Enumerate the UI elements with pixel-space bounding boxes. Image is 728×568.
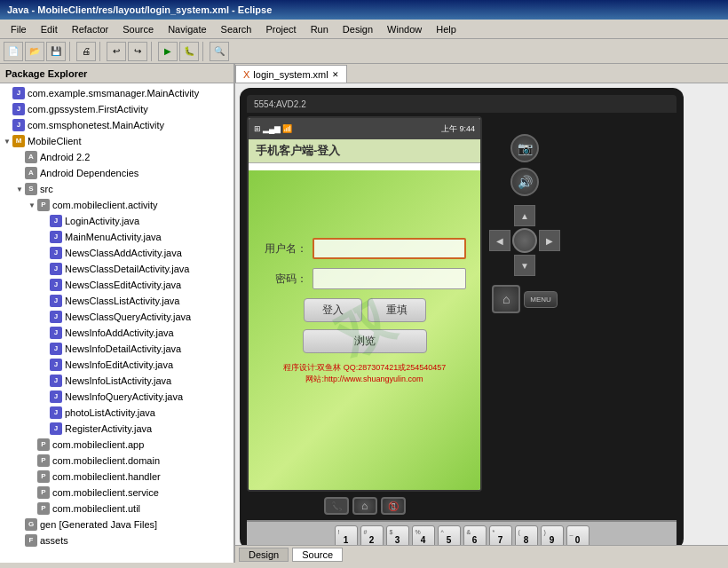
kb-key-4[interactable]: %4 — [412, 525, 435, 545]
kb-key-7[interactable]: *7 — [489, 525, 512, 545]
tree-item[interactable]: JNewsInfoDetailActivity.java — [0, 341, 233, 357]
editor-panel: X login_system.xml ✕ 5554:AVD2.2 — [235, 64, 728, 563]
toolbar-debug[interactable]: 🐛 — [179, 42, 199, 61]
toolbar-open[interactable]: 📂 — [25, 42, 44, 61]
tree-item[interactable]: JNewsClassQueryActivity.java — [0, 309, 233, 325]
tree-item[interactable]: Pcom.mobileclient.domain — [0, 453, 233, 469]
menu-edit[interactable]: Edit — [34, 22, 65, 36]
username-input[interactable] — [313, 238, 466, 259]
tree-item[interactable]: JNewsInfoAddActivity.java — [0, 325, 233, 341]
tree-item[interactable]: Pcom.mobileclient.app — [0, 437, 233, 453]
kb-key-5[interactable]: ^5 — [438, 525, 461, 545]
tree-item[interactable]: Ggen [Generated Java Files] — [0, 517, 233, 532]
tree-item[interactable]: JNewsClassListActivity.java — [0, 293, 233, 309]
tree-item[interactable]: ▼Ssrc — [0, 181, 233, 197]
tree-item[interactable]: JNewsInfoEditActivity.java — [0, 357, 233, 373]
phone-status-bar: ⊞ ▂▄▆ 📶 上午 9:44 — [249, 118, 480, 139]
tree-item[interactable]: Jcom.example.smsmanager.MainActivity — [0, 85, 233, 101]
dpad-left[interactable]: ◀ — [489, 230, 510, 251]
phone-end-btn[interactable]: 📵 — [381, 497, 406, 515]
menu-file[interactable]: File — [4, 22, 34, 36]
menu-run[interactable]: Run — [304, 22, 336, 36]
dpad-down[interactable]: ▼ — [514, 255, 535, 276]
toolbar-search[interactable]: 🔍 — [210, 42, 229, 61]
menu-help[interactable]: Help — [429, 22, 463, 36]
tree-item[interactable]: ▼MMobileClient — [0, 133, 233, 149]
tree-item[interactable]: JMainMenuActivity.java — [0, 229, 233, 245]
tree-item[interactable]: Pcom.mobileclient.service — [0, 485, 233, 501]
kb-key-1[interactable]: !1 — [335, 525, 358, 545]
tab-source[interactable]: Source — [292, 548, 343, 562]
menu-window[interactable]: Window — [380, 22, 429, 36]
camera-button[interactable]: 📷 — [510, 134, 539, 162]
tree-item[interactable]: JNewsClassDetailActivity.java — [0, 261, 233, 277]
menu-source[interactable]: Source — [115, 22, 161, 36]
tree-item-label: LoginActivity.java — [65, 216, 139, 226]
tree-expand-icon: ▼ — [16, 185, 25, 193]
file-tree[interactable]: Jcom.example.smsmanager.MainActivityJcom… — [0, 83, 233, 563]
toolbar-undo[interactable]: ↩ — [107, 42, 126, 61]
toolbar-print[interactable]: 🖨 — [76, 42, 96, 61]
kb-key-6[interactable]: &6 — [463, 525, 487, 545]
tree-item[interactable]: Pcom.mobileclient.util — [0, 501, 233, 517]
toolbar-sep2 — [99, 42, 103, 61]
menu-search[interactable]: Search — [214, 22, 259, 36]
volume-button[interactable]: 🔊 — [510, 168, 539, 196]
tree-item[interactable]: Fassets — [0, 532, 233, 548]
toolbar-run[interactable]: ▶ — [158, 42, 178, 61]
dpad-right[interactable]: ▶ — [539, 230, 560, 251]
kb-key-0[interactable]: _0 — [566, 525, 590, 545]
kb-key-3[interactable]: $3 — [386, 525, 409, 545]
tree-item[interactable]: JNewsClassEditActivity.java — [0, 277, 233, 293]
tree-item[interactable]: JphotoListActivity.java — [0, 405, 233, 421]
tree-file-icon: P — [37, 454, 50, 467]
menu-design[interactable]: Design — [336, 22, 380, 36]
menu-refactor[interactable]: Refactor — [65, 22, 116, 36]
menu-project[interactable]: Project — [258, 22, 303, 36]
toolbar: 📄 📂 💾 🖨 ↩ ↪ ▶ 🐛 🔍 — [0, 39, 728, 64]
tree-file-icon: J — [50, 327, 62, 339]
home-button[interactable]: ⌂ — [492, 285, 520, 313]
tree-item[interactable]: JNewsInfoQueryActivity.java — [0, 389, 233, 405]
tree-item[interactable]: Jcom.smsphonetest.MainActivity — [0, 117, 233, 133]
tree-file-icon: J — [50, 343, 62, 355]
tree-item-label: com.mobileclient.domain — [52, 455, 160, 466]
tree-file-icon: J — [50, 279, 62, 291]
browse-btn-container: 浏览 — [263, 329, 466, 353]
toolbar-redo[interactable]: ↪ — [128, 42, 147, 61]
kb-key-2[interactable]: #2 — [360, 525, 384, 545]
tree-file-icon: J — [50, 247, 62, 259]
tree-item[interactable]: AAndroid Dependencies — [0, 165, 233, 181]
phone-home-btn[interactable]: ⌂ — [352, 497, 377, 515]
tree-item[interactable]: ▼Pcom.mobileclient.activity — [0, 197, 233, 213]
tree-item[interactable]: Pcom.mobileclient.handler — [0, 469, 233, 485]
kb-key-9[interactable]: )9 — [541, 525, 564, 545]
tree-item[interactable]: JNewsInfoListActivity.java — [0, 373, 233, 389]
phone-call-btn[interactable]: 📞 — [324, 497, 349, 515]
toolbar-save[interactable]: 💾 — [46, 42, 66, 61]
kb-key-8[interactable]: (8 — [515, 525, 538, 545]
tab-design[interactable]: Design — [239, 548, 289, 562]
tree-item[interactable]: Jcom.gpssystem.FirstActivity — [0, 101, 233, 117]
tree-item[interactable]: AAndroid 2.2 — [0, 149, 233, 165]
keyboard-area: !1 #2 $3 %4 ^5 &6 *7 (8 )9 _0 Q W — [247, 520, 677, 545]
dpad-up[interactable]: ▲ — [514, 205, 535, 226]
menu-navigate[interactable]: Navigate — [161, 22, 213, 36]
status-icon-signal: ⊞ — [254, 124, 261, 133]
tree-item[interactable]: JRegisterActivity.java — [0, 421, 233, 437]
phone-app-title: 手机客户端-登入 — [249, 139, 480, 163]
android-emulator: 5554:AVD2.2 ⊞ ▂▄▆ 📶 — [240, 88, 684, 545]
login-button[interactable]: 登入 — [304, 298, 362, 322]
password-input[interactable] — [313, 268, 466, 289]
menu-button[interactable]: MENU — [524, 291, 558, 308]
tree-item[interactable]: JLoginActivity.java — [0, 213, 233, 229]
reset-button[interactable]: 重填 — [368, 298, 426, 322]
tree-item[interactable]: JNewsClassAddActivity.java — [0, 245, 233, 261]
tab-close-btn[interactable]: ✕ — [332, 70, 339, 79]
tree-item-label: MobileClient — [28, 136, 82, 146]
dpad-center[interactable] — [512, 228, 537, 253]
editor-tab-xml[interactable]: X login_system.xml ✕ — [235, 65, 347, 83]
toolbar-new[interactable]: 📄 — [4, 42, 23, 61]
browse-button[interactable]: 浏览 — [303, 329, 427, 353]
kb-row-numbers: !1 #2 $3 %4 ^5 &6 *7 (8 )9 _0 — [250, 525, 673, 545]
